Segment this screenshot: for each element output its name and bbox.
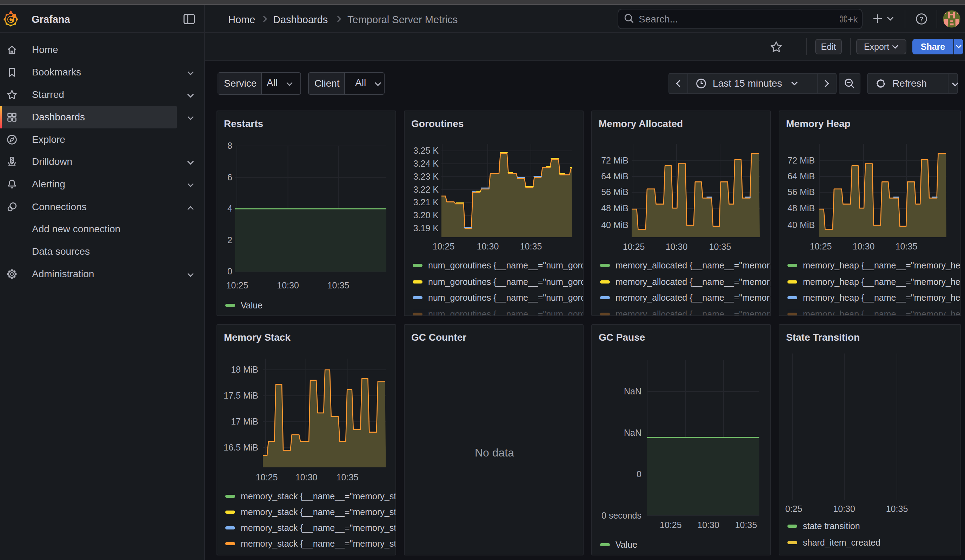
svg-text:0:25: 0:25 — [785, 504, 803, 514]
svg-text:17.5 MiB: 17.5 MiB — [224, 390, 258, 400]
svg-text:3.22 K: 3.22 K — [413, 184, 439, 194]
svg-text:72 MiB: 72 MiB — [787, 155, 815, 165]
svg-text:10:30: 10:30 — [833, 504, 855, 514]
svg-text:10:35: 10:35 — [709, 242, 731, 251]
svg-text:8: 8 — [227, 141, 232, 150]
svg-text:17 MiB: 17 MiB — [231, 416, 258, 426]
svg-text:6: 6 — [227, 172, 232, 182]
svg-text:0: 0 — [227, 266, 232, 276]
svg-text:40 MiB: 40 MiB — [601, 220, 628, 230]
svg-text:10:30: 10:30 — [477, 242, 499, 251]
svg-text:10:25: 10:25 — [660, 520, 682, 530]
svg-text:10:25: 10:25 — [256, 472, 278, 482]
svg-text:NaN: NaN — [624, 386, 641, 396]
svg-text:10:35: 10:35 — [520, 242, 542, 251]
svg-text:3.20 K: 3.20 K — [413, 210, 439, 220]
svg-text:10:35: 10:35 — [337, 472, 359, 482]
svg-text:3.19 K: 3.19 K — [413, 223, 439, 233]
svg-text:10:25: 10:25 — [226, 280, 249, 290]
svg-text:10:35: 10:35 — [886, 504, 908, 514]
svg-text:10:30: 10:30 — [666, 242, 688, 251]
svg-text:48 MiB: 48 MiB — [601, 203, 628, 213]
svg-text:10:30: 10:30 — [277, 280, 299, 290]
svg-text:3.24 K: 3.24 K — [413, 158, 439, 168]
svg-text:10:35: 10:35 — [327, 280, 350, 290]
svg-text:3.25 K: 3.25 K — [413, 145, 439, 155]
svg-text:56 MiB: 56 MiB — [601, 187, 628, 197]
svg-text:10:35: 10:35 — [896, 242, 918, 251]
svg-text:3.21 K: 3.21 K — [413, 197, 439, 207]
svg-text:10:30: 10:30 — [697, 520, 720, 530]
svg-text:64 MiB: 64 MiB — [601, 171, 628, 181]
svg-text:56 MiB: 56 MiB — [787, 187, 815, 197]
svg-text:0: 0 — [636, 469, 641, 479]
svg-text:10:25: 10:25 — [433, 242, 455, 251]
svg-text:18 MiB: 18 MiB — [231, 364, 258, 374]
svg-text:64 MiB: 64 MiB — [787, 171, 815, 181]
svg-text:3.23 K: 3.23 K — [413, 171, 439, 181]
svg-text:?: ? — [919, 15, 924, 23]
svg-text:10:30: 10:30 — [853, 242, 875, 251]
svg-text:10:25: 10:25 — [623, 242, 645, 251]
svg-text:10:30: 10:30 — [296, 472, 317, 482]
svg-text:16.5 MiB: 16.5 MiB — [224, 442, 258, 452]
svg-text:4: 4 — [227, 204, 232, 213]
svg-text:40 MiB: 40 MiB — [787, 220, 815, 230]
svg-text:10:25: 10:25 — [810, 242, 832, 251]
svg-text:NaN: NaN — [624, 428, 641, 438]
svg-text:72 MiB: 72 MiB — [601, 155, 628, 165]
svg-text:10:35: 10:35 — [735, 520, 757, 530]
svg-text:2: 2 — [227, 235, 232, 245]
svg-text:0 seconds: 0 seconds — [602, 511, 641, 520]
svg-text:48 MiB: 48 MiB — [787, 203, 815, 213]
